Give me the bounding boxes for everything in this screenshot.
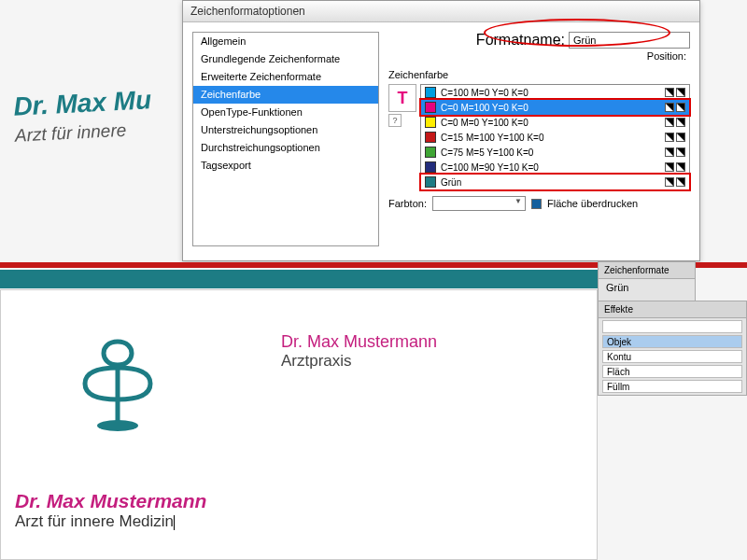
overprint-checkbox[interactable] xyxy=(531,199,542,209)
swatch-row-0[interactable]: C=100 M=0 Y=0 K=0 xyxy=(421,85,689,100)
cat-unterstreichung[interactable]: Unterstreichungsoptionen xyxy=(193,121,378,139)
swatch-mode-icon xyxy=(676,133,685,142)
bottom-subtitle: Arzt für innere Medizin xyxy=(15,512,174,530)
swatch-type-icon xyxy=(665,88,674,97)
text-cursor-icon xyxy=(174,515,175,530)
swatch-type-icon xyxy=(665,133,674,142)
swatch-label: C=0 M=0 Y=100 K=0 xyxy=(441,118,529,128)
fx-tab[interactable]: Effekte xyxy=(599,301,746,318)
swatch-row-2[interactable]: C=0 M=0 Y=100 K=0 xyxy=(421,115,689,130)
zf-current: Grün xyxy=(599,279,695,296)
swatch-mode-icon xyxy=(676,103,685,112)
bg-line-1: Dr. Max Mu xyxy=(13,85,152,122)
cat-zeichenfarbe[interactable]: Zeichenfarbe xyxy=(193,86,378,104)
bottom-name: Dr. Max Mustermann xyxy=(15,490,206,512)
swatch-label: C=100 M=90 Y=10 K=0 xyxy=(441,162,539,173)
fx-row-fuellm[interactable]: Füllm xyxy=(602,380,742,393)
cat-erweiterte[interactable]: Erweiterte Zeichenformate xyxy=(193,68,378,86)
swatch-color-icon xyxy=(425,161,436,173)
swatch-color-icon xyxy=(425,102,436,113)
document-canvas: Dr. Max Mustermann Arztpraxis Dr. Max Mu… xyxy=(0,289,598,560)
background-sample-text: Dr. Max Mu Arzt für innere xyxy=(13,85,154,147)
swatch-mode-icon xyxy=(676,147,685,157)
swatch-label: C=75 M=5 Y=100 K=0 xyxy=(441,147,533,158)
text-color-proxy-icon[interactable]: T xyxy=(388,84,416,112)
swatch-row-5[interactable]: C=100 M=90 Y=10 K=0 xyxy=(421,160,689,175)
position-label: Position: xyxy=(647,50,686,62)
swatch-type-icon xyxy=(665,162,674,172)
swatch-label: C=15 M=100 Y=100 K=0 xyxy=(441,133,543,143)
cat-tagsexport[interactable]: Tagsexport xyxy=(193,157,378,175)
center-text-block: Dr. Max Mustermann Arztpraxis xyxy=(281,332,437,371)
swatch-row-6[interactable]: Grün xyxy=(421,175,689,189)
bottom-text-block[interactable]: Dr. Max Mustermann Arzt für innere Mediz… xyxy=(15,490,206,531)
teal-bar xyxy=(0,270,598,288)
farbton-dropdown[interactable] xyxy=(432,196,526,211)
dialog-title: Zeichenformatoptionen xyxy=(183,1,699,22)
swatch-row-4[interactable]: C=75 M=5 Y=100 K=0 xyxy=(421,145,689,160)
swatch-row-3[interactable]: C=15 M=100 Y=100 K=0 xyxy=(421,130,689,145)
swatch-label: C=100 M=0 Y=0 K=0 xyxy=(441,88,529,98)
cat-durchstreichung[interactable]: Durchstreichungsoptionen xyxy=(193,139,378,157)
swatch-mode-icon xyxy=(676,88,685,97)
swatch-color-icon xyxy=(425,117,436,128)
swatch-type-icon xyxy=(665,118,674,127)
swatch-type-icon xyxy=(665,177,674,187)
svg-point-0 xyxy=(97,420,138,431)
center-subtitle: Arztpraxis xyxy=(281,352,437,371)
swatch-color-icon xyxy=(425,176,436,188)
swatch-mode-icon xyxy=(676,118,685,127)
section-zeichenfarbe: Zeichenfarbe xyxy=(388,69,690,80)
medical-logo-icon xyxy=(76,332,160,439)
swatch-type-icon xyxy=(665,103,674,112)
cat-grundlegende[interactable]: Grundlegende Zeichenformate xyxy=(193,50,378,68)
swatch-mode-icon xyxy=(676,162,685,172)
category-list: Allgemein Grundlegende Zeichenformate Er… xyxy=(192,32,379,246)
swatch-row-1[interactable]: C=0 M=100 Y=0 K=0 xyxy=(421,100,689,115)
bg-line-2: Arzt für innere xyxy=(14,119,153,147)
swatch-label: C=0 M=100 Y=0 K=0 xyxy=(441,103,529,113)
fx-row-kontu[interactable]: Kontu xyxy=(602,350,742,363)
fx-row-flaeche[interactable]: Fläch xyxy=(602,365,742,378)
fx-row-objek[interactable]: Objek xyxy=(602,335,742,348)
swatch-color-icon xyxy=(425,147,436,158)
help-icon[interactable]: ? xyxy=(388,114,402,127)
zf-tab[interactable]: Zeichenformate xyxy=(599,262,695,279)
center-name: Dr. Max Mustermann xyxy=(281,332,437,352)
swatch-label: Grün xyxy=(441,177,461,188)
formatname-input[interactable] xyxy=(569,32,690,49)
fx-input[interactable] xyxy=(602,320,742,333)
cat-opentype[interactable]: OpenType-Funktionen xyxy=(193,104,378,121)
char-format-options-dialog: Zeichenformatoptionen Allgemein Grundleg… xyxy=(182,0,700,261)
swatch-color-icon xyxy=(425,87,436,98)
swatch-list: C=100 M=0 Y=0 K=0C=0 M=100 Y=0 K=0C=0 M=… xyxy=(420,84,690,190)
swatch-mode-icon xyxy=(676,177,685,187)
overprint-label: Fläche überdrucken xyxy=(547,198,638,209)
farbton-label: Farbton: xyxy=(388,198,427,209)
formatname-label: Formatname: xyxy=(476,32,565,49)
swatch-type-icon xyxy=(665,147,674,157)
effects-panel: Effekte Objek Kontu Fläch Füllm xyxy=(598,301,747,396)
swatch-color-icon xyxy=(425,132,436,143)
cat-allgemein[interactable]: Allgemein xyxy=(193,33,378,50)
